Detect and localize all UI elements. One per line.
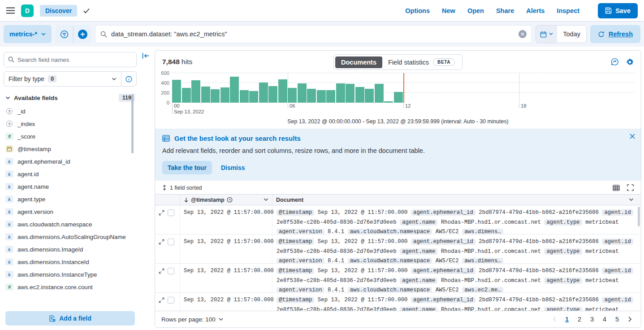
field-item-aws.dimensions.InstanceId[interactable]: kaws.dimensions.InstanceId	[5, 256, 135, 269]
field-item-aws.cloudwatch.namespace[interactable]: kaws.cloudwatch.namespace	[5, 218, 135, 231]
field-item-aws.ec2.instance.core.count[interactable]: #aws.ec2.instance.core.count	[5, 281, 135, 294]
histogram-chart: 0200400600 00Sep 13, 2022061218	[155, 71, 641, 115]
field-item-agent.version[interactable]: kagent.version	[5, 206, 135, 218]
table-scrollbar[interactable]	[638, 207, 640, 226]
histogram-bar[interactable]	[288, 88, 297, 103]
field-item-_id[interactable]: ?_id	[5, 105, 135, 118]
refresh-button[interactable]: Refresh	[590, 25, 640, 43]
filter-by-type-button[interactable]: Filter by type 0	[4, 75, 121, 82]
nav-link-inspect[interactable]: Inspect	[557, 7, 579, 14]
tab-documents[interactable]: Documents	[335, 56, 382, 68]
dismiss-button[interactable]: Dismiss	[221, 164, 245, 171]
page-button-4[interactable]: 4	[600, 314, 609, 325]
fullscreen-button[interactable]	[627, 184, 634, 191]
field-type-unknown-icon: ?	[5, 108, 13, 115]
histogram-bar[interactable]	[172, 80, 181, 103]
expand-row-icon[interactable]	[159, 268, 164, 274]
field-name: _index	[17, 120, 35, 128]
histogram-bar[interactable]	[298, 83, 307, 103]
histogram-bar[interactable]	[375, 84, 384, 103]
column-menu-chevron-icon[interactable]	[629, 198, 634, 201]
row-checkbox[interactable]	[168, 268, 174, 274]
expand-row-icon[interactable]	[159, 210, 164, 216]
column-menu-chevron-icon[interactable]	[264, 198, 268, 201]
available-fields-header[interactable]: Available fields 119	[4, 94, 137, 102]
table-header-timestamp[interactable]: @timestamp	[180, 195, 272, 205]
tab-field-statistics[interactable]: Field statistics BETA	[382, 56, 461, 68]
field-name: agent.ephemeral_id	[17, 158, 70, 165]
histogram-bar[interactable]	[240, 90, 249, 103]
sorted-fields-button[interactable]: 1 field sorted	[162, 185, 202, 191]
field-search-input[interactable]	[17, 56, 132, 63]
next-page-button[interactable]	[625, 314, 635, 325]
breadcrumb-discover[interactable]: Discover	[40, 5, 77, 17]
nav-link-share[interactable]: Share	[496, 7, 514, 14]
field-item-aws.dimensions.ImageId[interactable]: kaws.dimensions.ImageId	[5, 243, 135, 256]
query-input[interactable]	[111, 30, 514, 38]
histogram-bar[interactable]	[201, 87, 210, 103]
histogram-bar[interactable]	[211, 89, 220, 103]
histogram-bar[interactable]	[346, 84, 354, 103]
take-the-tour-button[interactable]: Take the tour	[162, 161, 212, 174]
histogram-bar[interactable]	[394, 92, 403, 103]
field-item-agent.type[interactable]: kagent.type	[5, 193, 135, 206]
rows-per-page-button[interactable]: Rows per page: 100	[161, 316, 223, 323]
date-range-button[interactable]: Today	[557, 26, 586, 43]
field-item-agent.name[interactable]: kagent.name	[5, 181, 135, 193]
row-checkbox[interactable]	[168, 239, 174, 245]
table-header-document[interactable]: Document	[272, 195, 641, 205]
row-checkbox[interactable]	[168, 209, 174, 216]
row-checkbox[interactable]	[168, 297, 174, 304]
field-filter-info-button[interactable]	[121, 72, 136, 86]
histogram-bar[interactable]	[278, 79, 287, 103]
field-name-chip: aws.cloudwatch.namespace	[348, 229, 432, 234]
field-item-agent.ephemeral_id[interactable]: kagent.ephemeral_id	[5, 156, 135, 168]
saved-query-menu-button[interactable]	[55, 25, 73, 43]
expand-row-icon[interactable]	[159, 297, 164, 303]
histogram-bar[interactable]	[317, 90, 326, 103]
histogram-bar[interactable]	[268, 86, 277, 103]
field-item-aws.dimensions.InstanceType[interactable]: kaws.dimensions.InstanceType	[5, 269, 135, 281]
nav-link-options[interactable]: Options	[405, 7, 430, 14]
space-avatar[interactable]: D	[21, 4, 34, 17]
field-item-agent.id[interactable]: kagent.id	[5, 168, 135, 181]
page-button-5[interactable]: 5	[612, 314, 622, 325]
expand-row-icon[interactable]	[159, 239, 164, 245]
histogram-bar[interactable]	[191, 80, 200, 103]
histogram-bar[interactable]	[249, 91, 258, 103]
field-item-@timestamp[interactable]: @timestamp	[5, 143, 135, 156]
chart-options-button[interactable]	[611, 58, 619, 66]
field-item-aws.dimensions.AutoScalingGroupName[interactable]: kaws.dimensions.AutoScalingGroupName	[5, 231, 135, 243]
nav-link-new[interactable]: New	[442, 7, 455, 14]
sidebar-scrollbar[interactable]	[131, 94, 134, 153]
nav-link-open[interactable]: Open	[467, 7, 484, 14]
histogram-bar[interactable]	[326, 90, 335, 103]
page-button-3[interactable]: 3	[587, 314, 597, 325]
histogram-bar[interactable]	[355, 87, 364, 103]
histogram-bar[interactable]	[182, 88, 191, 103]
field-item-_index[interactable]: ?_index	[5, 118, 135, 130]
add-filter-button[interactable]	[73, 25, 91, 43]
page-button-1[interactable]: 1	[562, 314, 572, 325]
menu-hamburger-icon[interactable]	[6, 7, 15, 14]
previous-page-button[interactable]	[549, 314, 559, 325]
date-quick-select-button[interactable]	[536, 26, 557, 43]
field-item-_score[interactable]: #_score	[5, 130, 135, 143]
histogram-bar[interactable]	[365, 89, 374, 103]
histogram-bar[interactable]	[230, 77, 239, 103]
collapse-sidebar-button[interactable]	[142, 52, 150, 59]
close-callout-button[interactable]	[630, 134, 635, 139]
clear-query-button[interactable]	[519, 30, 527, 38]
nav-link-alerts[interactable]: Alerts	[526, 7, 545, 14]
page-button-2[interactable]: 2	[575, 314, 584, 325]
save-icon	[605, 7, 612, 14]
add-field-button[interactable]: Add a field	[5, 311, 135, 326]
data-view-picker[interactable]: metrics-*	[4, 25, 52, 43]
save-button[interactable]: Save	[598, 3, 638, 18]
histogram-bar[interactable]	[336, 83, 345, 103]
histogram-bar[interactable]	[307, 89, 316, 103]
histogram-bar[interactable]	[259, 82, 268, 103]
histogram-bar[interactable]	[220, 87, 229, 103]
display-options-button[interactable]	[613, 184, 620, 191]
histogram-settings-button[interactable]	[626, 58, 634, 66]
